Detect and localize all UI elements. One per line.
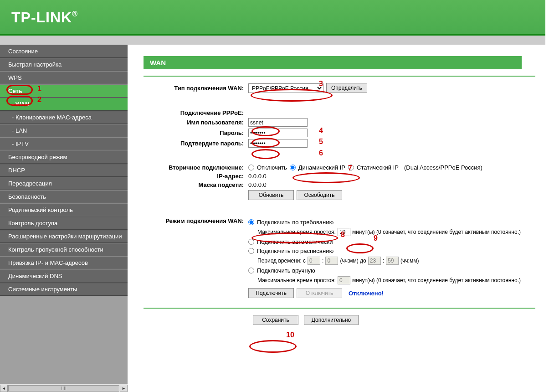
value-mask: 0.0.0.0 [248,181,267,188]
colon1: : [322,258,323,264]
input-sched-to-m [386,257,399,265]
sidebar-item-access[interactable]: Контроль доступа [0,217,128,230]
connect-button[interactable]: Подключить [248,288,294,298]
sidebar-item-parental[interactable]: Родительский контроль [0,203,128,217]
idle2-label: Максимальное время простоя: [257,277,336,284]
label-pppoe-conn: Подключение PPPoE: [144,109,248,116]
sidebar-item-ipmac[interactable]: Привязка IP- и MAC-адресов [0,256,128,269]
input-username[interactable] [248,118,308,127]
radio-sec-disable[interactable] [248,165,254,170]
idle1-unit: минут(ы) (0 означает, что соединение буд… [352,229,521,235]
sidebar-item-wps[interactable]: WPS [0,71,128,84]
radio-label-mode-demand: Подключить по требованию [257,219,334,226]
label-username: Имя пользователя: [144,119,248,126]
sidebar-item-wan[interactable]: - WAN [0,98,128,111]
radio-label-mode-sched: Подключить по расписанию [257,248,334,254]
sidebar-item-macclone[interactable]: - Клонирование MAC-адреса [0,111,128,124]
sidebar-item-dhcp[interactable]: DHCP [0,164,128,177]
input-idle1[interactable] [338,228,350,236]
radio-label-sec-dynip: Динамический IP [298,164,345,171]
content: WAN Тип подключения WAN: PPPoE/PPPoE Рос… [128,45,545,392]
renew-button[interactable]: Обновить [248,190,294,200]
radio-label-sec-static: Статический IP [357,164,399,171]
scroll-thumb[interactable] [8,385,119,392]
radio-mode-auto[interactable] [248,239,254,245]
label-mask: Маска подсети: [144,181,248,188]
divider [144,76,535,77]
brand-logo: TP-LINK® [0,0,78,26]
release-button[interactable]: Освободить [297,190,342,200]
sidebar-item-routing[interactable]: Расширенные настройки маршрутизации [0,230,128,243]
label-confirm-password: Подтвердите пароль: [144,140,248,147]
sec-note: (Dual Access/PPPoE Россия) [404,164,482,171]
label-secondary: Вторичное подключение: [144,164,248,171]
sidebar-item-network[interactable]: Сеть [0,84,128,98]
brand-reg: ® [72,10,78,18]
sidebar-item-wireless[interactable]: Беспроводной режим [0,150,128,164]
sidebar-item-ddns[interactable]: Динамический DNS [0,269,128,283]
label-password: Пароль: [144,129,248,136]
sidebar-item-lan[interactable]: - LAN [0,124,128,137]
sidebar-item-security[interactable]: Безопасность [0,190,128,203]
divider-bottom [144,308,535,309]
sidebar-item-bandwidth[interactable]: Контроль пропускной способности [0,243,128,256]
gray-strip [0,36,545,45]
sidebar-item-quicksetup[interactable]: Быстрая настройка [0,58,128,71]
period-label: Период времени: с [257,258,306,264]
select-wan-type[interactable]: PPPoE/PPPoE Россия [248,83,323,93]
scroll-left-arrow[interactable]: ◄ [0,385,8,392]
page-title: WAN [144,56,522,69]
hhmm-end: (чч:мм) [400,258,419,264]
colon2: : [383,258,384,264]
radio-label-mode-manual: Подключить вручную [257,267,315,274]
sidebar: Состояние Быстрая настройка WPS Сеть - W… [0,45,128,392]
radio-mode-manual[interactable] [248,268,254,273]
radio-sec-dynip[interactable] [290,165,296,170]
sidebar-item-forwarding[interactable]: Переадресация [0,177,128,190]
input-sched-from-h [308,257,320,265]
value-ip: 0.0.0.0 [248,173,267,180]
idle1-label: Максимальное время простоя: [257,229,336,235]
advanced-button[interactable]: Дополнительно [304,315,359,325]
input-idle2 [338,276,350,284]
h-scrollbar[interactable]: ◄ ► [0,384,128,392]
status-text: Отключено! [349,290,384,297]
disconnect-button: Отключить [297,288,342,298]
input-sched-from-m [325,257,338,265]
radio-label-mode-auto: Подключить автоматически [257,238,333,245]
input-confirm-password[interactable] [248,139,308,148]
sidebar-item-status[interactable]: Состояние [0,45,128,58]
label-wan-type: Тип подключения WAN: [144,85,248,92]
radio-mode-sched[interactable] [248,248,254,254]
sidebar-item-systools[interactable]: Системные инструменты [0,283,128,296]
detect-button[interactable]: Определить [326,83,367,93]
radio-mode-demand[interactable] [248,219,254,225]
radio-sec-static[interactable] [348,165,354,170]
label-ip: IP-адрес: [144,173,248,180]
input-password[interactable] [248,129,308,137]
idle2-unit: минут(ы) (0 означает, что соединение буд… [352,277,521,284]
radio-label-sec-disable: Отключить [257,164,287,171]
sidebar-item-iptv[interactable]: - IPTV [0,137,128,150]
hhmm-to: (чч:мм) до [340,258,366,264]
label-wan-mode: Режим подключения WAN: [144,217,248,224]
brand-text: TP-LINK [11,9,72,26]
input-sched-to-h [368,257,381,265]
save-button[interactable]: Сохранить [253,315,298,325]
header: TP-LINK® [0,0,545,36]
scroll-right-arrow[interactable]: ► [120,385,128,392]
